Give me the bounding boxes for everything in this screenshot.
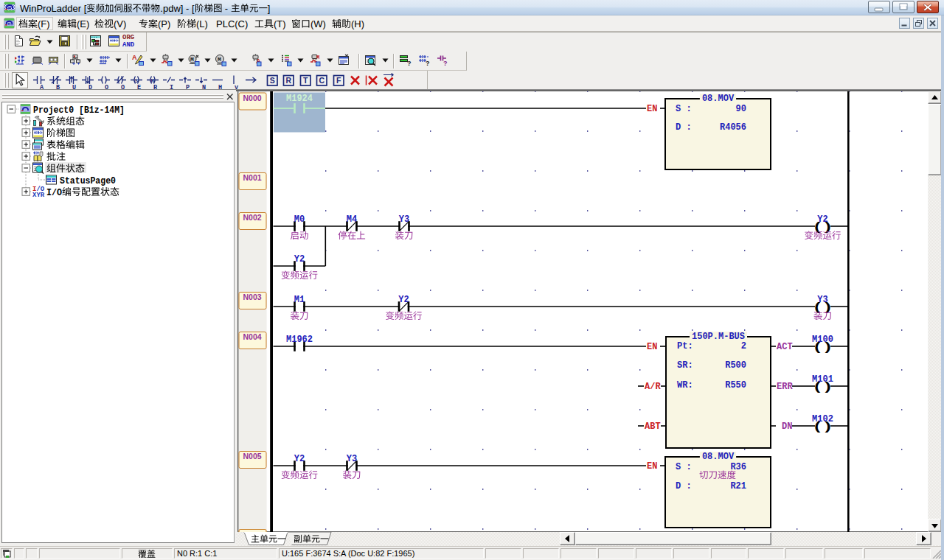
svg-text:StatusPage0: StatusPage0 xyxy=(60,176,116,186)
svg-text:N002: N002 xyxy=(243,213,262,222)
svg-text:XYR: XYR xyxy=(32,192,45,199)
svg-text:EN: EN xyxy=(647,461,657,472)
svg-text:EN: EN xyxy=(647,342,657,352)
svg-text:Y2: Y2 xyxy=(294,454,305,464)
svg-text:M1: M1 xyxy=(294,295,305,305)
svg-text:E: E xyxy=(137,84,141,90)
svg-text:Y2: Y2 xyxy=(817,214,827,225)
svg-text:Y2: Y2 xyxy=(398,295,409,305)
svg-text:A/R: A/R xyxy=(645,382,661,392)
svg-text:M: M xyxy=(190,56,194,63)
svg-text:?: ? xyxy=(443,60,448,66)
svg-text:S: S xyxy=(135,77,139,84)
svg-text:R500: R500 xyxy=(725,360,746,371)
svg-text:M100: M100 xyxy=(812,335,833,345)
svg-text:D: D xyxy=(88,84,92,90)
svg-text:S :: S : xyxy=(676,104,692,114)
svg-text:O: O xyxy=(105,84,108,90)
svg-text:ABT: ABT xyxy=(645,421,661,432)
svg-text:M0: M0 xyxy=(294,214,305,225)
svg-text:2: 2 xyxy=(741,341,746,351)
svg-text:R36: R36 xyxy=(730,462,746,472)
svg-text:I: I xyxy=(170,84,173,90)
svg-text:ACT: ACT xyxy=(777,342,793,352)
svg-text:A: A xyxy=(132,54,137,61)
svg-text:N: N xyxy=(202,84,206,90)
svg-text:B: B xyxy=(56,84,60,90)
svg-text:M: M xyxy=(218,56,221,63)
svg-text:?: ? xyxy=(407,60,412,66)
svg-text:150P.M-BUS: 150P.M-BUS xyxy=(692,332,745,342)
svg-text:I/O: I/O xyxy=(46,188,62,198)
svg-text:Y3: Y3 xyxy=(817,295,827,305)
svg-text:P: P xyxy=(186,84,190,90)
svg-text:N003: N003 xyxy=(243,293,262,301)
svg-text:R550: R550 xyxy=(725,380,746,391)
svg-text:C: C xyxy=(319,76,324,85)
svg-text:M1924: M1924 xyxy=(286,94,313,104)
svg-text:R: R xyxy=(285,76,291,85)
svg-text:A: A xyxy=(40,84,44,90)
svg-text:S: S xyxy=(270,76,275,85)
svg-text:?: ? xyxy=(426,60,430,66)
svg-text:M1962: M1962 xyxy=(286,335,313,345)
svg-text:90: 90 xyxy=(736,104,746,114)
svg-text:R: R xyxy=(153,84,158,90)
svg-text:M4: M4 xyxy=(347,214,357,225)
svg-text:08.MOV: 08.MOV xyxy=(702,452,735,462)
svg-text:S :: S : xyxy=(676,462,692,472)
svg-text:N005: N005 xyxy=(243,452,262,461)
svg-text:08.MOV: 08.MOV xyxy=(702,94,735,104)
svg-text:Pt:: Pt: xyxy=(677,341,693,351)
svg-text:N004: N004 xyxy=(243,332,262,341)
svg-text:U: U xyxy=(72,84,76,90)
svg-text:DN: DN xyxy=(782,421,792,432)
svg-text:Y3: Y3 xyxy=(399,214,409,225)
svg-text:v: v xyxy=(235,84,238,90)
svg-text:F: F xyxy=(336,76,341,85)
svg-text:Q: Q xyxy=(121,84,125,90)
svg-text:WR:: WR: xyxy=(677,380,693,391)
svg-text:ERR: ERR xyxy=(777,382,793,392)
svg-text:M101: M101 xyxy=(812,374,833,385)
svg-text:EN: EN xyxy=(647,104,657,114)
svg-text:Y3: Y3 xyxy=(347,454,357,464)
svg-text:Project0 [B1z-14M]: Project0 [B1z-14M] xyxy=(33,105,125,116)
svg-text:T: T xyxy=(303,76,308,85)
svg-text:D :: D : xyxy=(676,122,692,133)
svg-text:M102: M102 xyxy=(812,414,833,424)
svg-text:M: M xyxy=(316,55,319,60)
svg-text:Y2: Y2 xyxy=(294,254,305,265)
svg-text:H: H xyxy=(218,84,222,90)
svg-text:R21: R21 xyxy=(730,481,746,491)
svg-text:D :: D : xyxy=(676,481,692,491)
svg-text:R: R xyxy=(151,77,155,84)
svg-text:R4056: R4056 xyxy=(720,122,746,133)
svg-text:N000: N000 xyxy=(243,94,262,102)
svg-text:N001: N001 xyxy=(243,173,262,182)
svg-text:SR:: SR: xyxy=(677,360,693,371)
